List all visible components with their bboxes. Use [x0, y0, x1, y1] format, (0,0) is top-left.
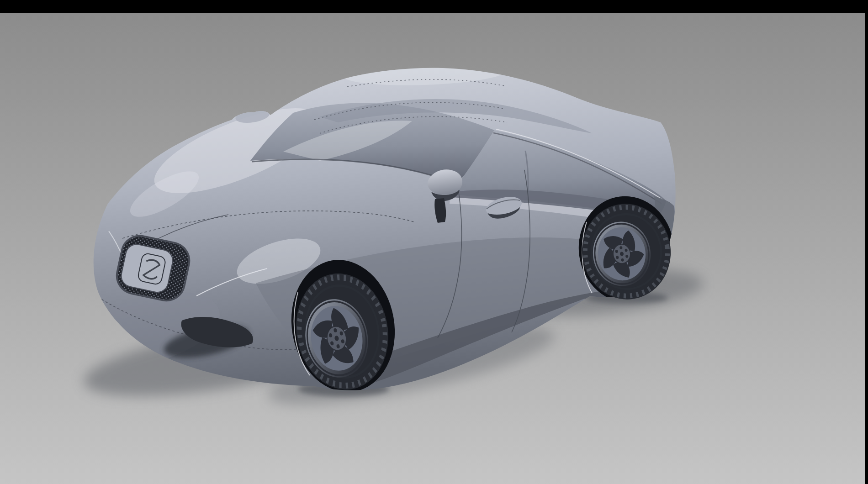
car-render-svg — [0, 0, 868, 484]
screenshot-root — [0, 0, 868, 484]
render-viewport[interactable] — [0, 13, 865, 484]
letterbox-right-bar — [865, 0, 868, 484]
letterbox-top-bar — [0, 0, 868, 13]
